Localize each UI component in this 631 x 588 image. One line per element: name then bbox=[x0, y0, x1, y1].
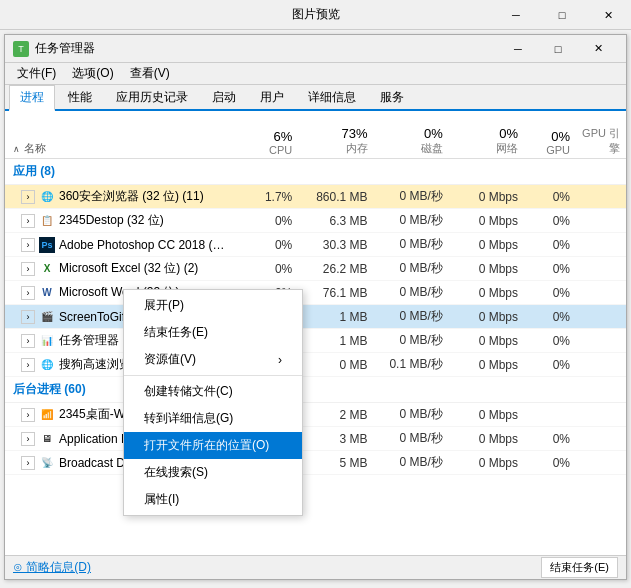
tab-process[interactable]: 进程 bbox=[9, 85, 55, 111]
cell-disk: 0 MB/秒 bbox=[376, 188, 451, 205]
cell-mem: 3 MB bbox=[300, 432, 375, 446]
table-row[interactable]: › 📊 任务管理器 0% 1 MB 0 MB/秒 0 Mbps 0% bbox=[5, 329, 626, 353]
tab-performance[interactable]: 性能 bbox=[57, 85, 103, 109]
tab-bar: 进程 性能 应用历史记录 启动 用户 详细信息 服务 bbox=[5, 85, 626, 111]
table-row[interactable]: › 📋 2345Destop (32 位) 0% 6.3 MB 0 MB/秒 0… bbox=[5, 209, 626, 233]
expand-btn[interactable]: › bbox=[21, 334, 35, 348]
cell-gpu: 0% bbox=[526, 214, 576, 228]
col-disk-pct: 0% bbox=[376, 126, 443, 141]
expand-btn[interactable]: › bbox=[21, 432, 35, 446]
outer-close-btn[interactable]: ✕ bbox=[585, 0, 631, 30]
cell-cpu: 0% bbox=[225, 238, 300, 252]
expand-btn[interactable]: › bbox=[21, 214, 35, 228]
expand-btn[interactable]: › bbox=[21, 190, 35, 204]
expand-btn[interactable]: › bbox=[21, 456, 35, 470]
col-net-label: 网络 bbox=[451, 141, 518, 156]
cell-mem: 76.1 MB bbox=[300, 286, 375, 300]
cell-gpu: 0% bbox=[526, 190, 576, 204]
ctx-end-task[interactable]: 结束任务(E) bbox=[124, 319, 302, 346]
cell-net: 0 Mbps bbox=[451, 432, 526, 446]
outer-win-controls: ─ □ ✕ bbox=[493, 0, 631, 30]
expand-btn[interactable]: › bbox=[21, 286, 35, 300]
table-row[interactable]: › 📶 2345桌面-WiFi… 0% 2 MB 0 MB/秒 0 Mbps bbox=[5, 403, 626, 427]
proc-icon: 🎬 bbox=[39, 309, 55, 325]
ctx-goto-details[interactable]: 转到详细信息(G) bbox=[124, 405, 302, 432]
cell-gpu: 0% bbox=[526, 238, 576, 252]
expand-btn[interactable]: › bbox=[21, 262, 35, 276]
section-bg-header: 后台进程 (60) bbox=[5, 377, 626, 403]
table-row[interactable]: › Ps Adobe Photoshop CC 2018 (… 0% 30.3 … bbox=[5, 233, 626, 257]
col-net-header[interactable]: 0% 网络 bbox=[451, 126, 526, 156]
tm-close-btn[interactable]: ✕ bbox=[578, 35, 618, 63]
table-row[interactable]: › X Microsoft Excel (32 位) (2) 0% 26.2 M… bbox=[5, 257, 626, 281]
proc-icon: 🖥 bbox=[39, 431, 55, 447]
table-row[interactable]: › 🌐 搜狗高速浏览器 0% 0 MB 0.1 MB/秒 0 Mbps 0% bbox=[5, 353, 626, 377]
table-row-screentogif[interactable]: › 🎬 ScreenToGif (… 0% 1 MB 0 MB/秒 0 Mbps… bbox=[5, 305, 626, 329]
outer-maximize-btn[interactable]: □ bbox=[539, 0, 585, 30]
col-name-header[interactable]: ∧ 名称 bbox=[5, 141, 225, 156]
ctx-open-location[interactable]: 打开文件所在的位置(O) bbox=[124, 432, 302, 459]
column-headers: ∧ 名称 6% CPU 73% 内存 0% 磁盘 0% 网络 0% GPU bbox=[5, 111, 626, 159]
row-name: › Ps Adobe Photoshop CC 2018 (… bbox=[5, 237, 225, 253]
proc-icon: 📡 bbox=[39, 455, 55, 471]
col-gpu-header[interactable]: 0% GPU bbox=[526, 129, 576, 156]
table-row[interactable]: › 🌐 360安全浏览器 (32 位) (11) 1.7% 860.1 MB 0… bbox=[5, 185, 626, 209]
cell-cpu: 0% bbox=[225, 262, 300, 276]
tm-app-icon: T bbox=[13, 41, 29, 57]
proc-name: 任务管理器 bbox=[59, 332, 119, 349]
tab-startup[interactable]: 启动 bbox=[201, 85, 247, 109]
name-col-label: 名称 bbox=[24, 141, 46, 156]
context-menu: 展开(P) 结束任务(E) 资源值(V) › 创建转储文件(C) 转到详细信息(… bbox=[123, 289, 303, 516]
expand-btn[interactable]: › bbox=[21, 408, 35, 422]
expand-btn[interactable]: › bbox=[21, 358, 35, 372]
cell-mem: 6.3 MB bbox=[300, 214, 375, 228]
table-row[interactable]: › 📡 Broadcast DV… 0% 5 MB 0 MB/秒 0 Mbps … bbox=[5, 451, 626, 475]
ctx-properties[interactable]: 属性(I) bbox=[124, 486, 302, 513]
outer-minimize-btn[interactable]: ─ bbox=[493, 0, 539, 30]
cell-disk: 0 MB/秒 bbox=[376, 308, 451, 325]
status-info-label[interactable]: ⊙ 简略信息(D) bbox=[13, 559, 91, 576]
tm-minimize-btn[interactable]: ─ bbox=[498, 35, 538, 63]
menu-options[interactable]: 选项(O) bbox=[64, 63, 121, 84]
cell-mem: 26.2 MB bbox=[300, 262, 375, 276]
table-row[interactable]: › W Microsoft Word (32 位) 0% 76.1 MB 0 M… bbox=[5, 281, 626, 305]
cell-net: 0 Mbps bbox=[451, 456, 526, 470]
proc-icon: 🌐 bbox=[39, 357, 55, 373]
cell-gpu: 0% bbox=[526, 286, 576, 300]
col-cpu-pct: 6% bbox=[225, 129, 292, 144]
cell-gpu: 0% bbox=[526, 358, 576, 372]
table-row[interactable]: › 🖥 Application Fr… 0% 3 MB 0 MB/秒 0 Mbp… bbox=[5, 427, 626, 451]
tab-details[interactable]: 详细信息 bbox=[297, 85, 367, 109]
end-task-button[interactable]: 结束任务(E) bbox=[541, 557, 618, 578]
cell-cpu: 1.7% bbox=[225, 190, 300, 204]
tm-maximize-btn[interactable]: □ bbox=[538, 35, 578, 63]
col-gpueng-header[interactable]: GPU 引擎 bbox=[576, 126, 626, 156]
expand-btn[interactable]: › bbox=[21, 238, 35, 252]
ctx-separator-1 bbox=[124, 375, 302, 376]
menu-file[interactable]: 文件(F) bbox=[9, 63, 64, 84]
cell-mem: 1 MB bbox=[300, 310, 375, 324]
menu-view[interactable]: 查看(V) bbox=[122, 63, 178, 84]
ctx-online-search[interactable]: 在线搜索(S) bbox=[124, 459, 302, 486]
tab-history[interactable]: 应用历史记录 bbox=[105, 85, 199, 109]
col-mem-header[interactable]: 73% 内存 bbox=[300, 126, 375, 156]
proc-name: Adobe Photoshop CC 2018 (… bbox=[59, 238, 224, 252]
proc-name: 360安全浏览器 (32 位) (11) bbox=[59, 188, 204, 205]
ctx-create-dump[interactable]: 创建转储文件(C) bbox=[124, 378, 302, 405]
ctx-resource[interactable]: 资源值(V) › bbox=[124, 346, 302, 373]
cell-mem: 5 MB bbox=[300, 456, 375, 470]
col-cpu-header[interactable]: 6% CPU bbox=[225, 129, 300, 156]
menu-bar: 文件(F) 选项(O) 查看(V) bbox=[5, 63, 626, 85]
status-right: 结束任务(E) bbox=[537, 557, 618, 578]
ctx-expand[interactable]: 展开(P) bbox=[124, 292, 302, 319]
tab-users[interactable]: 用户 bbox=[249, 85, 295, 109]
col-disk-header[interactable]: 0% 磁盘 bbox=[376, 126, 451, 156]
cell-gpu: 0% bbox=[526, 432, 576, 446]
cell-net: 0 Mbps bbox=[451, 286, 526, 300]
row-name: › X Microsoft Excel (32 位) (2) bbox=[5, 260, 225, 277]
cell-disk: 0 MB/秒 bbox=[376, 236, 451, 253]
cell-mem: 2 MB bbox=[300, 408, 375, 422]
tm-title: 任务管理器 bbox=[35, 40, 498, 57]
tab-services[interactable]: 服务 bbox=[369, 85, 415, 109]
expand-btn[interactable]: › bbox=[21, 310, 35, 324]
